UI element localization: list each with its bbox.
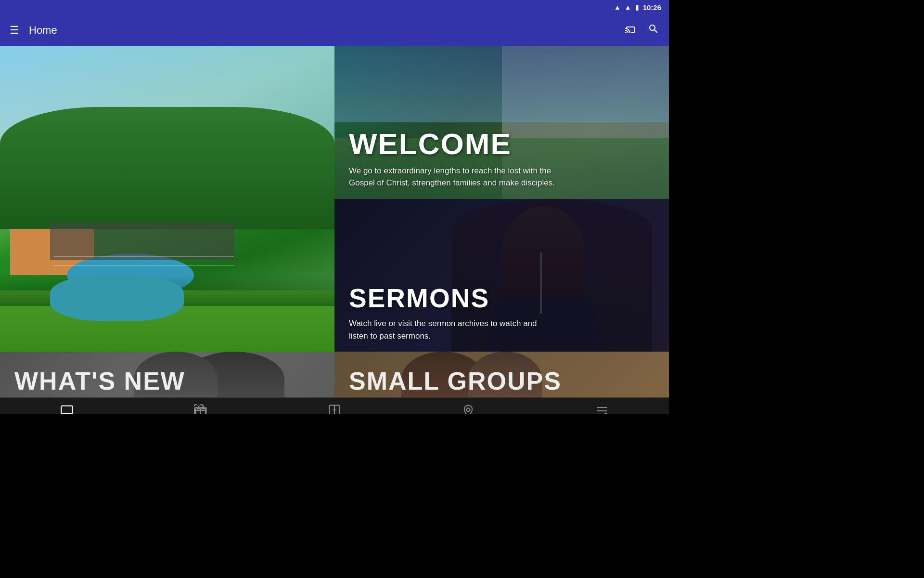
nav-item-home[interactable]: Home bbox=[43, 404, 91, 415]
nav-item-give[interactable]: Give bbox=[177, 404, 225, 415]
cast-icon[interactable] bbox=[625, 23, 636, 38]
sermons-panel[interactable]: SERMONS Watch live or visit the sermon a… bbox=[334, 199, 669, 352]
sermons-content: SERMONS Watch live or visit the sermon a… bbox=[349, 285, 659, 342]
app-bar-right bbox=[625, 23, 659, 38]
small-groups-nav-icon bbox=[595, 404, 609, 415]
bible-nav-icon bbox=[328, 404, 341, 415]
forest-layer bbox=[0, 107, 334, 229]
svg-rect-0 bbox=[61, 406, 72, 413]
bottom-strip: WHAT'S NEW SMALL GROUPS bbox=[0, 352, 669, 397]
signal-icon: ▲ bbox=[625, 3, 631, 11]
time-display: 10:26 bbox=[643, 3, 661, 12]
welcome-panel[interactable]: WELCOME We go to extraordinary lengths t… bbox=[334, 46, 669, 199]
road-line-2 bbox=[53, 256, 234, 257]
small-groups-title: SMALL GROUPS bbox=[349, 368, 562, 394]
sermons-description: Watch live or visit the sermon archives … bbox=[349, 317, 551, 342]
road-line bbox=[53, 265, 234, 266]
nav-bar: Home Give Bib bbox=[0, 397, 669, 414]
small-groups-panel[interactable]: SMALL GROUPS bbox=[334, 352, 669, 397]
aerial-image[interactable] bbox=[0, 46, 334, 352]
locations-nav-icon bbox=[462, 404, 475, 415]
app-bar: ☰ Home bbox=[0, 14, 669, 46]
nav-item-bible[interactable]: Bible bbox=[310, 404, 359, 415]
search-icon[interactable] bbox=[648, 23, 659, 38]
menu-icon[interactable]: ☰ bbox=[10, 24, 19, 37]
app-title: Home bbox=[29, 24, 57, 37]
svg-point-14 bbox=[605, 413, 607, 414]
svg-point-10 bbox=[467, 408, 470, 411]
wifi-icon: ▲ bbox=[614, 3, 621, 11]
welcome-title: WELCOME bbox=[349, 129, 659, 159]
status-bar: ▲ ▲ ▮ 10:26 bbox=[0, 0, 669, 14]
nav-item-locations[interactable]: Locations bbox=[444, 404, 492, 415]
welcome-content: WELCOME We go to extraordinary lengths t… bbox=[349, 129, 659, 189]
content-grid: WELCOME We go to extraordinary lengths t… bbox=[0, 46, 669, 352]
sermons-title: SERMONS bbox=[349, 285, 659, 312]
home-nav-icon bbox=[60, 404, 74, 415]
whats-new-title: WHAT'S NEW bbox=[14, 368, 185, 394]
nav-item-small-groups[interactable]: Small Groups bbox=[578, 404, 626, 415]
whats-new-panel[interactable]: WHAT'S NEW bbox=[0, 352, 334, 397]
battery-icon: ▮ bbox=[635, 3, 639, 11]
app-bar-left: ☰ Home bbox=[10, 24, 57, 37]
parking-lot bbox=[50, 223, 234, 260]
give-nav-icon bbox=[194, 404, 207, 415]
welcome-description: We go to extraordinary lengths to reach … bbox=[349, 165, 565, 189]
trees-row bbox=[0, 275, 334, 306]
